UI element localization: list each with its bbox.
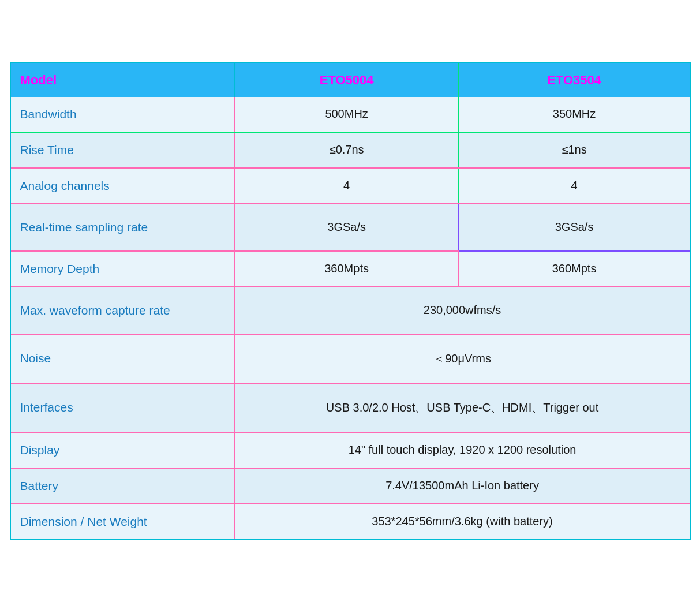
value-interfaces: USB 3.0/2.0 Host、USB Type-C、HDMI、Trigger… xyxy=(235,383,690,432)
value-rise_time-col1: ≤0.7ns xyxy=(235,132,459,168)
table-row-dimension: Dimension / Net Weight353*245*56mm/3.6kg… xyxy=(11,504,690,539)
label-interfaces: Interfaces xyxy=(11,383,235,432)
value-sampling_rate-col2: 3GSa/s xyxy=(459,204,690,251)
value-bandwidth-col1: 500MHz xyxy=(235,97,459,132)
header-row: Model ETO5004 ETO3504 xyxy=(11,63,690,97)
table-row-rise_time: Rise Time≤0.7ns≤1ns xyxy=(11,132,690,168)
value-battery: 7.4V/13500mAh Li-Ion battery xyxy=(235,468,690,504)
label-sampling_rate: Real-time sampling rate xyxy=(11,204,235,251)
table-row-bandwidth: Bandwidth500MHz350MHz xyxy=(11,97,690,132)
header-col2: ETO3504 xyxy=(459,63,690,97)
label-dimension: Dimension / Net Weight xyxy=(11,504,235,539)
value-analog_channels-col2: 4 xyxy=(459,168,690,204)
table-row-memory_depth: Memory Depth360Mpts360Mpts xyxy=(11,251,690,287)
header-col1: ETO5004 xyxy=(235,63,459,97)
comparison-table: Model ETO5004 ETO3504 Bandwidth500MHz350… xyxy=(11,63,690,539)
table-row-interfaces: InterfacesUSB 3.0/2.0 Host、USB Type-C、HD… xyxy=(11,383,690,432)
table-row-display: Display14" full touch display, 1920 x 12… xyxy=(11,432,690,468)
comparison-table-wrapper: Model ETO5004 ETO3504 Bandwidth500MHz350… xyxy=(10,62,691,540)
label-memory_depth: Memory Depth xyxy=(11,251,235,287)
value-analog_channels-col1: 4 xyxy=(235,168,459,204)
value-display: 14" full touch display, 1920 x 1200 reso… xyxy=(235,432,690,468)
table-row-battery: Battery7.4V/13500mAh Li-Ion battery xyxy=(11,468,690,504)
value-sampling_rate-col1: 3GSa/s xyxy=(235,204,459,251)
value-waveform_capture: 230,000wfms/s xyxy=(235,287,690,334)
value-noise: ＜90μVrms xyxy=(235,334,690,383)
label-bandwidth: Bandwidth xyxy=(11,97,235,132)
label-rise_time: Rise Time xyxy=(11,132,235,168)
label-analog_channels: Analog channels xyxy=(11,168,235,204)
value-memory_depth-col1: 360Mpts xyxy=(235,251,459,287)
value-dimension: 353*245*56mm/3.6kg (with battery) xyxy=(235,504,690,539)
header-model: Model xyxy=(11,63,235,97)
table-row-waveform_capture: Max. waveform capture rate230,000wfms/s xyxy=(11,287,690,334)
value-rise_time-col2: ≤1ns xyxy=(459,132,690,168)
value-memory_depth-col2: 360Mpts xyxy=(459,251,690,287)
label-battery: Battery xyxy=(11,468,235,504)
label-waveform_capture: Max. waveform capture rate xyxy=(11,287,235,334)
table-row-sampling_rate: Real-time sampling rate3GSa/s3GSa/s xyxy=(11,204,690,251)
label-noise: Noise xyxy=(11,334,235,383)
value-bandwidth-col2: 350MHz xyxy=(459,97,690,132)
label-display: Display xyxy=(11,432,235,468)
table-row-noise: Noise＜90μVrms xyxy=(11,334,690,383)
table-row-analog_channels: Analog channels44 xyxy=(11,168,690,204)
